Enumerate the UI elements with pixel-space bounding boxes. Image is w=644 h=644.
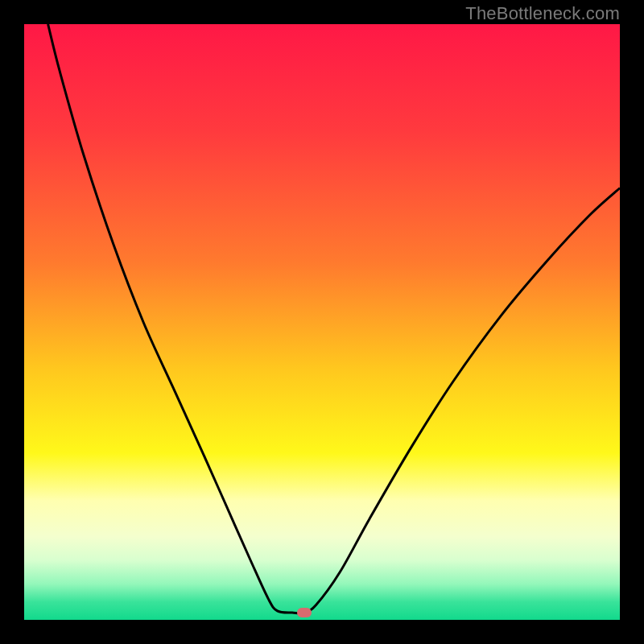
plot-area [24,24,620,620]
optimum-marker [297,608,312,617]
curve-layer [24,24,620,620]
chart-frame: TheBottleneck.com [0,0,644,644]
watermark-text: TheBottleneck.com [465,3,620,24]
bottleneck-curve [48,24,620,613]
